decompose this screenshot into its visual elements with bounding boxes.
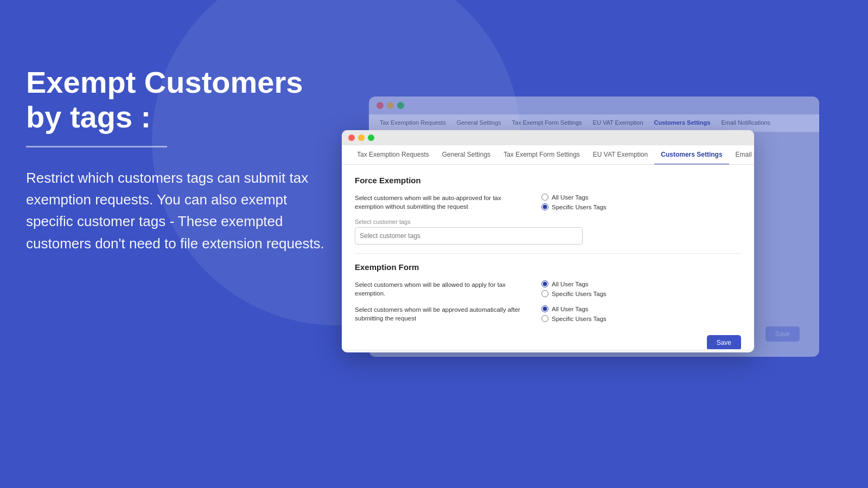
save-button[interactable]: Save — [707, 335, 741, 349]
radio-specific-users-tags-form2-label: Specific Users Tags — [552, 316, 607, 322]
radio-specific-users-tags-form1-input[interactable] — [541, 290, 548, 297]
left-panel: Exempt Customers by tags : Restrict whic… — [26, 65, 330, 254]
bg-titlebar — [369, 97, 819, 114]
radio-all-user-tags-form1-input[interactable] — [541, 280, 548, 287]
bg-dot-green — [397, 102, 404, 109]
radio-all-user-tags-form1[interactable]: All User Tags — [541, 280, 607, 287]
radio-specific-users-tags-force-label: Specific Users Tags — [552, 204, 607, 210]
tag-input-field[interactable] — [355, 227, 583, 245]
exemption-form-row2-radio-group: All User Tags Specific Users Tags — [541, 305, 607, 322]
exemption-form-row1-radio-group: All User Tags Specific Users Tags — [541, 280, 607, 297]
force-exemption-radio-group: All User Tags Specific Users Tags — [541, 194, 607, 210]
radio-specific-users-tags-form2[interactable]: Specific Users Tags — [541, 315, 607, 322]
radio-specific-users-tags-form1[interactable]: Specific Users Tags — [541, 290, 607, 297]
heading: Exempt Customers by tags : — [26, 65, 330, 135]
radio-specific-users-tags-form2-input[interactable] — [541, 315, 548, 322]
browser-window-foreground: Tax Exemption Requests General Settings … — [342, 130, 754, 352]
section-divider — [355, 253, 741, 254]
tag-input-row: Select customer tags — [355, 219, 741, 245]
exemption-form-row1-label: Select customers whom will be allowed to… — [355, 280, 528, 298]
dot-green[interactable] — [368, 134, 374, 141]
exemption-form-title: Exemption Form — [355, 262, 741, 272]
bg-dot-yellow — [387, 102, 394, 109]
exemption-form-row2: Select customers whom will be approved a… — [355, 305, 741, 323]
radio-all-user-tags-force[interactable]: All User Tags — [541, 194, 607, 201]
titlebar — [342, 130, 754, 145]
exemption-form-row1: Select customers whom will be allowed to… — [355, 280, 741, 298]
tab-tax-exemption-requests[interactable]: Tax Exemption Requests — [350, 145, 436, 165]
force-exemption-row: Select customers whom will be auto-appro… — [355, 194, 741, 211]
heading-divider — [26, 146, 167, 147]
bg-tab-3: Tax Exempt Form Settings — [507, 114, 588, 132]
radio-all-user-tags-form2[interactable]: All User Tags — [541, 305, 607, 312]
tab-eu-vat-exemption[interactable]: EU VAT Exemption — [586, 145, 654, 165]
dot-yellow[interactable] — [358, 134, 365, 141]
bg-save-button: Save — [765, 326, 800, 342]
bg-tab-6: Email Notifications — [716, 114, 775, 132]
dot-red[interactable] — [348, 134, 355, 141]
radio-specific-users-tags-force[interactable]: Specific Users Tags — [541, 203, 607, 210]
tab-general-settings[interactable]: General Settings — [436, 145, 497, 165]
radio-specific-users-tags-force-input[interactable] — [541, 203, 548, 210]
exemption-form-row2-label: Select customers whom will be approved a… — [355, 305, 528, 323]
bg-tab-4: EU VAT Exemption — [588, 114, 649, 132]
tab-email-notifications[interactable]: Email Notifications — [729, 145, 754, 165]
save-button-row: Save — [355, 331, 741, 349]
radio-all-user-tags-form2-label: All User Tags — [552, 306, 589, 312]
force-exemption-title: Force Exemption — [355, 176, 741, 185]
radio-all-user-tags-force-label: All User Tags — [552, 194, 589, 201]
nav-tabs: Tax Exemption Requests General Settings … — [342, 145, 754, 165]
radio-specific-users-tags-form1-label: Specific Users Tags — [552, 291, 607, 297]
bg-tab-1: Tax Exemption Requests — [374, 114, 451, 132]
content-area: Force Exemption Select customers whom wi… — [342, 165, 754, 349]
bg-tab-2: General Settings — [451, 114, 507, 132]
bg-dot-red — [376, 102, 384, 109]
tag-input-label: Select customer tags — [355, 219, 741, 225]
tab-tax-exempt-form-settings[interactable]: Tax Exempt Form Settings — [497, 145, 586, 165]
radio-all-user-tags-form1-label: All User Tags — [552, 281, 589, 287]
radio-all-user-tags-form2-input[interactable] — [541, 305, 548, 312]
force-exemption-label: Select customers whom will be auto-appro… — [355, 194, 528, 211]
radio-all-user-tags-force-input[interactable] — [541, 194, 548, 201]
tab-customers-settings[interactable]: Customers Settings — [654, 145, 729, 165]
description-text: Restrict which customers tags can submit… — [26, 167, 330, 254]
bg-tab-5: Customers Settings — [649, 114, 716, 132]
